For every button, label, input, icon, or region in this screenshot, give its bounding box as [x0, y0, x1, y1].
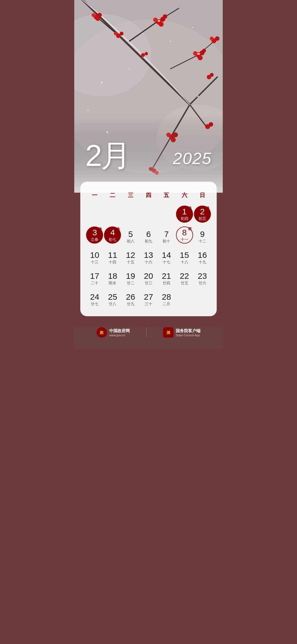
day-21[interactable]: 21 廿四 [158, 268, 175, 287]
brand1-sub: www.gov.cn [109, 334, 130, 337]
footer-area: 政 中国政府网 www.gov.cn 国 国务院客户端 State Counci… [74, 327, 223, 349]
day-16-sub: 十九 [199, 260, 206, 264]
day-19-num: 19 [126, 271, 135, 280]
day-2[interactable]: 休 2 初五 [193, 206, 211, 224]
empty-cell [139, 206, 157, 224]
day-11[interactable]: 11 十四 [104, 247, 122, 266]
day-19[interactable]: 19 廿二 [122, 268, 139, 287]
day-11-sub: 十四 [109, 260, 116, 264]
day-8[interactable]: 班 8 十一 [175, 227, 193, 245]
day-19-sub: 廿二 [127, 280, 134, 285]
empty-cell [158, 206, 175, 224]
day-5-sub: 初八 [127, 239, 134, 244]
weekday-fri: 五 [158, 190, 175, 201]
brand1-name: 中国政府网 [109, 328, 130, 334]
day-21-sub: 廿四 [163, 280, 170, 285]
day-21-num: 21 [162, 271, 171, 280]
weekday-sun: 日 [193, 190, 211, 201]
day-28-sub: 二月 [163, 301, 170, 306]
gov-logo-icon: 政 [97, 327, 107, 338]
empty-cell [104, 206, 122, 224]
day-15-num: 15 [180, 250, 189, 260]
day-12-num: 12 [126, 250, 135, 260]
day-22-num: 22 [180, 271, 189, 280]
day-26[interactable]: 26 廿九 [122, 289, 139, 308]
phone-container: 2月 2025 一 二 三 四 五 六 日 休 1 [74, 0, 223, 349]
brand-gov[interactable]: 政 中国政府网 www.gov.cn [97, 327, 130, 338]
day-18[interactable]: 18 雨水 [104, 268, 122, 287]
weekdays-row: 一 二 三 四 五 六 日 [86, 190, 211, 201]
day-18-num: 18 [108, 271, 117, 280]
day-17[interactable]: 17 二十 [86, 268, 104, 287]
day-6[interactable]: 6 初九 [139, 227, 157, 245]
day-9-num: 9 [200, 230, 205, 239]
day-2-num: 2 [200, 207, 205, 216]
day-12[interactable]: 12 十五 [122, 247, 139, 266]
day-27-num: 27 [144, 292, 153, 301]
day-17-sub: 二十 [91, 280, 98, 285]
day-10-sub: 十三 [91, 260, 98, 264]
day-4-num: 4 [110, 228, 115, 237]
weekday-sat: 六 [175, 190, 193, 201]
footer-divider [146, 327, 147, 337]
weekday-thu: 四 [139, 190, 157, 201]
day-13-num: 13 [144, 250, 153, 260]
day-3-badge: 休 [98, 227, 102, 231]
day-5-num: 5 [128, 230, 133, 239]
day-23[interactable]: 23 廿六 [193, 268, 211, 287]
day-11-num: 11 [108, 250, 117, 260]
day-2-badge: 休 [206, 206, 210, 211]
day-1[interactable]: 休 1 初四 [175, 206, 193, 224]
day-20[interactable]: 20 廿三 [139, 268, 157, 287]
day-28-num: 28 [162, 292, 171, 301]
weekday-mon: 一 [86, 190, 104, 201]
brand2-name: 国务院客户端 [176, 328, 200, 334]
day-16[interactable]: 16 十九 [193, 247, 211, 266]
day-18-sub: 雨水 [109, 280, 116, 285]
day-3-sub: 立春 [91, 237, 98, 242]
days-grid: 休 1 初四 休 2 初五 休 3 立春 [86, 206, 211, 308]
day-10-num: 10 [90, 250, 99, 260]
day-1-badge: 休 [188, 206, 192, 211]
day-15[interactable]: 15 十八 [175, 247, 193, 266]
day-3[interactable]: 休 3 立春 [86, 227, 104, 245]
day-24[interactable]: 24 廿七 [86, 289, 104, 308]
day-28[interactable]: 28 二月 [158, 289, 175, 308]
calendar-card: 一 二 三 四 五 六 日 休 1 初四 休 [80, 182, 217, 316]
day-13-sub: 十六 [145, 260, 152, 264]
day-24-num: 24 [90, 292, 99, 301]
day-27[interactable]: 27 三十 [139, 289, 157, 308]
month-label: 2月 [85, 140, 130, 171]
brand-app[interactable]: 国 国务院客户端 State Council App [163, 327, 200, 338]
day-7-sub: 初十 [163, 239, 170, 244]
day-8-num: 8 [182, 228, 187, 237]
day-4[interactable]: 休 4 初七 [104, 227, 122, 245]
day-8-sub: 十一 [181, 237, 188, 242]
day-14-num: 14 [162, 250, 171, 260]
svg-text:政: 政 [100, 330, 104, 335]
day-1-num: 1 [182, 207, 187, 216]
day-14-sub: 十七 [163, 260, 170, 264]
day-4-badge: 休 [116, 227, 120, 231]
app-logo-icon: 国 [163, 327, 174, 338]
day-4-sub: 初七 [109, 237, 116, 242]
day-20-sub: 廿三 [145, 280, 152, 285]
svg-text:国: 国 [167, 331, 170, 335]
day-25[interactable]: 25 廿八 [104, 289, 122, 308]
year-label: 2025 [173, 149, 212, 168]
empty-cell [122, 206, 139, 224]
day-9-sub: 十二 [199, 239, 206, 244]
day-25-sub: 廿八 [109, 301, 116, 306]
day-14[interactable]: 14 十七 [158, 247, 175, 266]
empty-cell [193, 289, 211, 308]
day-5[interactable]: 5 初八 [122, 227, 139, 245]
day-2-sub: 初五 [199, 216, 206, 221]
day-13[interactable]: 13 十六 [139, 247, 157, 266]
day-7[interactable]: 7 初十 [158, 227, 175, 245]
day-12-sub: 十五 [127, 260, 134, 264]
background-image: 2月 2025 [74, 0, 223, 193]
day-20-num: 20 [144, 271, 153, 280]
day-22[interactable]: 22 廿五 [175, 268, 193, 287]
day-9[interactable]: 9 十二 [193, 227, 211, 245]
day-10[interactable]: 10 十三 [86, 247, 104, 266]
